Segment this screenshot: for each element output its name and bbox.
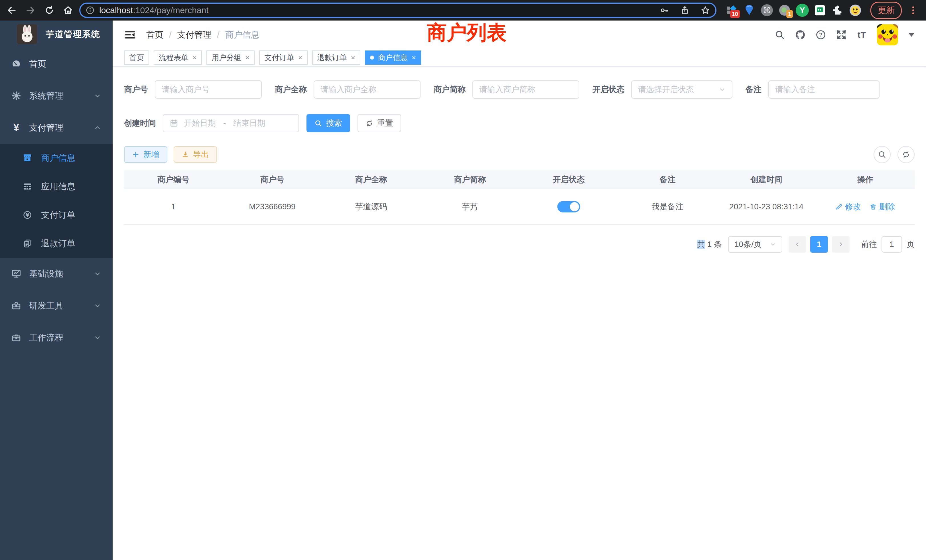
sidebar-item-dev-tools[interactable]: 研发工具 xyxy=(0,290,113,322)
cell-short-name: 芋艿 xyxy=(421,201,519,212)
extension-emoji-icon[interactable] xyxy=(849,4,862,17)
app-logo-row[interactable]: 芋道管理系统 xyxy=(0,21,113,48)
tab-process-form[interactable]: 流程表单 × xyxy=(154,50,202,65)
browser-back-button[interactable] xyxy=(4,3,20,18)
extension-command-icon[interactable]: ⌘ xyxy=(760,4,773,17)
sidebar-item-app-info[interactable]: 应用信息 xyxy=(0,172,113,201)
url-text[interactable]: localhost:1024/pay/merchant xyxy=(99,5,209,15)
page-size-select[interactable]: 10条/页 xyxy=(728,236,782,253)
cell-full-name: 芋道源码 xyxy=(322,201,421,212)
app-title: 芋道管理系统 xyxy=(45,29,100,40)
sidebar-item-refund-orders[interactable]: 退款订单 xyxy=(0,229,113,258)
bookmark-star-icon[interactable] xyxy=(701,5,710,15)
status-select-placeholder: 请选择开启状态 xyxy=(638,84,694,95)
fullscreen-icon[interactable] xyxy=(836,29,847,40)
create-time-range-picker[interactable]: 开始日期 - 结束日期 xyxy=(163,114,299,132)
sidebar-item-workflow[interactable]: 工作流程 xyxy=(0,322,113,354)
export-button[interactable]: 导出 xyxy=(174,146,217,163)
sidebar-item-home[interactable]: 首页 xyxy=(0,48,113,80)
sidebar-item-system[interactable]: 系统管理 xyxy=(0,80,113,112)
tab-pay-orders[interactable]: 支付订单 × xyxy=(259,50,307,65)
calendar-icon xyxy=(169,119,178,127)
page-number-1[interactable]: 1 xyxy=(810,236,828,253)
tab-merchant-info[interactable]: 商户信息 × xyxy=(365,50,421,65)
user-avatar[interactable] xyxy=(877,24,898,45)
page-size-value: 10条/页 xyxy=(734,239,761,250)
document-copy-icon xyxy=(22,238,32,249)
next-page-button[interactable] xyxy=(832,236,850,253)
table-refresh-button[interactable] xyxy=(897,146,915,163)
tab-label: 用户分组 xyxy=(212,53,241,63)
status-toggle[interactable] xyxy=(557,201,580,212)
pencil-icon xyxy=(835,203,843,210)
browser-home-button[interactable] xyxy=(61,3,76,18)
url-bar[interactable]: localhost:1024/pay/merchant xyxy=(79,3,716,18)
avatar-caret-icon[interactable] xyxy=(908,33,915,37)
tab-close-icon[interactable]: × xyxy=(298,54,302,61)
goto-suffix: 页 xyxy=(906,239,915,250)
tab-close-icon[interactable]: × xyxy=(192,54,197,61)
refresh-icon xyxy=(902,150,910,159)
tab-close-icon[interactable]: × xyxy=(351,54,355,61)
total-prefix: 共 xyxy=(697,240,705,249)
breadcrumb-payment[interactable]: 支付管理 xyxy=(177,29,211,41)
header-actions: ? tT xyxy=(774,24,915,45)
header-search-icon[interactable] xyxy=(774,29,785,40)
search-button[interactable]: 搜索 xyxy=(307,114,350,132)
delete-link[interactable]: 删除 xyxy=(870,201,895,212)
breadcrumb-separator: / xyxy=(169,30,171,39)
sidebar-item-payment[interactable]: ¥ 支付管理 xyxy=(0,112,113,144)
browser-forward-button[interactable] xyxy=(23,3,38,18)
extension-chat-icon[interactable] xyxy=(813,4,826,17)
tab-close-icon[interactable]: × xyxy=(412,54,416,61)
password-key-icon[interactable] xyxy=(660,5,669,15)
extension-recorder-icon[interactable]: 1 xyxy=(778,4,791,17)
short-name-input[interactable] xyxy=(472,80,580,98)
sidebar-collapse-icon[interactable] xyxy=(124,29,136,41)
chevron-down-icon xyxy=(94,270,101,277)
filter-row-1: 商户号 商户全称 商户简称 开启状态 请选择开启状态 xyxy=(124,80,915,98)
tab-user-group[interactable]: 用户分组 × xyxy=(206,50,254,65)
full-name-input[interactable] xyxy=(313,80,421,98)
sidebar-item-label: 基础设施 xyxy=(29,268,63,280)
browser-update-button[interactable]: 更新 xyxy=(870,2,902,19)
extension-tabs-icon[interactable]: 10 xyxy=(725,4,738,17)
sidebar-item-pay-orders[interactable]: ¥ 支付订单 xyxy=(0,201,113,229)
table-search-toggle-button[interactable] xyxy=(873,146,891,163)
tab-close-icon[interactable]: × xyxy=(245,54,250,61)
reset-button[interactable]: 重置 xyxy=(357,114,401,132)
chevron-right-icon xyxy=(837,241,844,248)
extension-puzzle-icon[interactable] xyxy=(831,4,844,17)
sidebar-item-label: 退款订单 xyxy=(41,238,75,250)
cell-merchant-no: M233666999 xyxy=(223,202,322,211)
status-select[interactable]: 请选择开启状态 xyxy=(631,80,732,98)
grid-table-icon xyxy=(22,182,32,192)
pager: 1 xyxy=(788,236,850,253)
goto-page-input[interactable] xyxy=(882,236,902,253)
prev-page-button[interactable] xyxy=(788,236,806,253)
add-button[interactable]: 新增 xyxy=(124,146,167,163)
github-icon[interactable] xyxy=(795,29,806,40)
tab-refund-orders[interactable]: 退款订单 × xyxy=(312,50,360,65)
font-size-icon[interactable]: tT xyxy=(856,29,867,40)
short-name-label: 商户简称 xyxy=(434,84,466,95)
share-icon[interactable] xyxy=(680,5,690,15)
status-label: 开启状态 xyxy=(592,84,624,95)
sidebar-submenu-payment: 商户信息 应用信息 ¥ 支付订单 xyxy=(0,144,113,258)
screen: localhost:1024/pay/merchant xyxy=(0,0,926,560)
site-info-icon[interactable] xyxy=(86,6,95,15)
remark-input[interactable] xyxy=(768,80,879,98)
merchant-no-input[interactable] xyxy=(155,80,262,98)
extension-balloon-icon[interactable] xyxy=(743,4,756,17)
browser-menu-icon[interactable] xyxy=(908,5,918,15)
chevron-down-icon xyxy=(94,92,101,100)
browser-reload-button[interactable] xyxy=(42,3,57,18)
sidebar-item-label: 研发工具 xyxy=(29,300,63,312)
sidebar-item-infrastructure[interactable]: 基础设施 xyxy=(0,258,113,290)
sidebar-item-merchant-info[interactable]: 商户信息 xyxy=(0,144,113,172)
edit-link[interactable]: 修改 xyxy=(835,201,861,212)
breadcrumb-home[interactable]: 首页 xyxy=(146,29,163,41)
tab-home[interactable]: 首页 xyxy=(124,50,149,65)
extension-y-icon[interactable]: Y xyxy=(796,4,809,17)
help-icon[interactable]: ? xyxy=(816,29,826,40)
